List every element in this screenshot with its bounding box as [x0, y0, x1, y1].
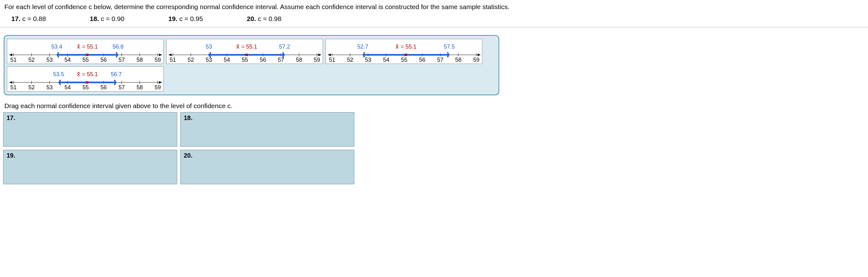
numberline-card-b[interactable]: 5152535455565758595357.2x̄ = 55.1: [166, 39, 323, 64]
interval-left-label: 53.5: [53, 71, 64, 77]
interval-left-label: 52.7: [357, 43, 368, 50]
tick-label: 51: [10, 84, 17, 91]
tick-label: 52: [28, 84, 34, 91]
interval-right-label: 57.2: [279, 43, 290, 50]
tick-label: 54: [64, 84, 70, 91]
tick-label: 54: [224, 57, 230, 63]
tick-label: 59: [155, 57, 161, 63]
tick-label: 53: [365, 57, 371, 63]
interval-center-label: x̄ = 55.1: [396, 43, 416, 50]
tick-label: 52: [188, 57, 194, 63]
interval-center-label: x̄ = 55.1: [77, 71, 98, 77]
drop-zone-20[interactable]: 20.: [180, 150, 354, 184]
numberline-svg: 51525354555657585953.556.7x̄ = 55.1: [7, 67, 164, 92]
svg-marker-44: [159, 81, 162, 84]
svg-marker-1: [9, 54, 12, 56]
svg-point-13: [86, 54, 89, 56]
tick-label: 55: [242, 57, 248, 63]
tick-label: 51: [329, 57, 335, 63]
interval-right-label: 57.5: [444, 43, 455, 50]
numberline-card-d[interactable]: 51525354555657585953.556.7x̄ = 55.1: [7, 66, 164, 92]
instruction-text: Drag each normal confidence interval giv…: [0, 98, 868, 112]
tick-label: 58: [455, 57, 461, 63]
option-19: 19. c = 0.95: [168, 15, 203, 23]
tick-label: 57: [119, 57, 125, 63]
interval-left-label: 53.4: [51, 43, 62, 50]
tick-label: 58: [136, 57, 143, 63]
tick-label: 56: [100, 57, 106, 63]
numberline-card-c[interactable]: 51525354555657585952.757.5x̄ = 55.1: [326, 39, 482, 64]
option-17: 17. c = 0.88: [11, 15, 46, 23]
svg-marker-15: [168, 54, 172, 56]
interval-right-label: 56.7: [111, 71, 122, 77]
option-20: 20. c = 0.98: [247, 15, 281, 23]
tick-label: 57: [119, 84, 125, 91]
tick-label: 51: [169, 57, 176, 63]
source-panel: 51525354555657585953.456.8x̄ = 55.1 5152…: [4, 35, 499, 95]
tick-label: 55: [83, 57, 89, 63]
svg-marker-29: [328, 54, 331, 56]
tick-label: 57: [437, 57, 443, 63]
tick-label: 59: [314, 57, 320, 63]
tick-label: 53: [46, 84, 53, 91]
tick-label: 54: [64, 57, 70, 63]
tick-label: 59: [155, 84, 161, 91]
numberline-svg: 51525354555657585953.456.8x̄ = 55.1: [7, 39, 164, 64]
tick-label: 53: [46, 57, 53, 63]
drop-targets: 17. 18. 19. 20.: [0, 112, 868, 184]
svg-point-55: [86, 81, 89, 84]
drop-zone-19[interactable]: 19.: [3, 150, 177, 184]
numberline-svg: 51525354555657585952.757.5x̄ = 55.1: [326, 39, 483, 64]
question-text: For each level of confidence c below, de…: [0, 0, 868, 12]
interval-center-label: x̄ = 55.1: [77, 43, 98, 50]
tick-label: 59: [473, 57, 479, 63]
tick-label: 58: [136, 84, 143, 91]
drop-zone-18[interactable]: 18.: [180, 112, 354, 147]
drop-zone-17[interactable]: 17.: [3, 112, 177, 147]
tick-label: 53: [206, 57, 212, 63]
options-row: 17. c = 0.88 18. c = 0.90 19. c = 0.95 2…: [0, 12, 868, 27]
tick-label: 55: [401, 57, 407, 63]
tick-label: 56: [419, 57, 425, 63]
tick-label: 51: [10, 57, 17, 63]
svg-point-41: [405, 54, 407, 56]
option-18: 18. c = 0.90: [90, 15, 124, 23]
tick-label: 52: [28, 57, 34, 63]
tick-label: 56: [260, 57, 266, 63]
svg-marker-43: [9, 81, 12, 84]
tick-label: 56: [100, 84, 106, 91]
tick-label: 52: [347, 57, 353, 63]
svg-marker-2: [159, 54, 162, 56]
tick-label: 58: [296, 57, 302, 63]
tick-label: 54: [383, 57, 389, 63]
divider: [0, 27, 868, 28]
numberline-svg: 5152535455565758595357.2x̄ = 55.1: [166, 39, 323, 64]
numberline-card-a[interactable]: 51525354555657585953.456.8x̄ = 55.1: [7, 39, 164, 64]
interval-right-label: 56.8: [113, 43, 124, 50]
interval-center-label: x̄ = 55.1: [236, 43, 257, 50]
svg-point-27: [246, 54, 248, 56]
svg-marker-16: [318, 54, 321, 56]
svg-marker-30: [477, 54, 481, 56]
tick-label: 55: [83, 84, 89, 91]
interval-left-label: 53: [206, 43, 212, 50]
